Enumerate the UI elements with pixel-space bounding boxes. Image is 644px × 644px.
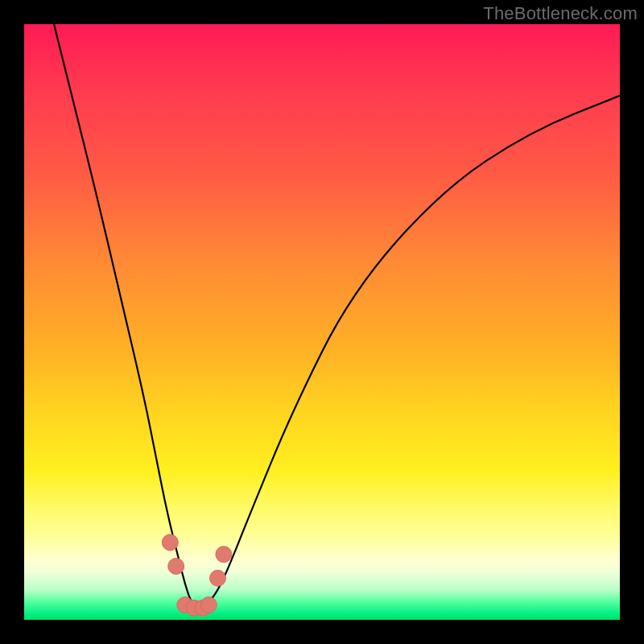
- curve-marker: [162, 535, 178, 551]
- curve-marker: [168, 558, 184, 574]
- frame: TheBottleneck.com: [0, 0, 644, 644]
- watermark: TheBottleneck.com: [483, 3, 638, 24]
- curve-marker: [200, 597, 217, 613]
- curve-marker: [210, 570, 226, 586]
- plot-area: [24, 24, 620, 620]
- curve-markers: [162, 535, 232, 616]
- bottleneck-curve: [54, 24, 620, 608]
- chart-svg: [24, 24, 620, 620]
- curve-marker: [216, 547, 232, 563]
